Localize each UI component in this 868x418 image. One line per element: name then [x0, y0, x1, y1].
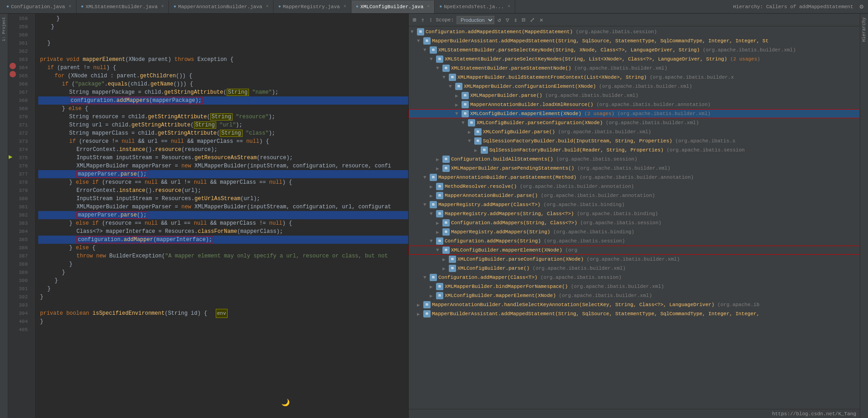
tree-item[interactable]: ▼ m XMLStatementBuilder.parseSelectKeyNo…: [409, 45, 860, 55]
tree-item[interactable]: ▶ m MapperAnnotationBuilder.parse() (org…: [409, 191, 860, 200]
tab-close-icon[interactable]: ×: [344, 4, 346, 9]
tree-arrow: ▼: [436, 65, 442, 71]
tree-item[interactable]: ▶ m Configuration.addMappers(String, Cla…: [409, 218, 860, 227]
tree-text: MapperRegistry.addMappers(String, Class<…: [445, 211, 658, 217]
code-line: InputStream inputStream = Resources.getR…: [38, 154, 408, 162]
tree-item[interactable]: ▼ m XMLStatementBuilder.parseSelectKeyNo…: [409, 55, 860, 64]
tree-text: MapperAnnotationBuilder.parseStatement(M…: [438, 175, 694, 180]
tree-text: XMLMapperBuilder.configurationElement(XN…: [464, 84, 692, 89]
tab-npeextends[interactable]: ● NpeExtendsTest.ja... ×: [435, 0, 515, 13]
tree-item[interactable]: ▼ m Configuration.addMapper(Class<T>) (o…: [409, 273, 860, 282]
code-line: }: [38, 293, 408, 301]
tab-close-icon[interactable]: ×: [508, 4, 510, 9]
method-icon: m: [436, 292, 443, 299]
tree-item[interactable]: ▼ m MapperRegistry.addMappers(String, Cl…: [409, 209, 860, 218]
method-icon: m: [455, 83, 462, 90]
tree-arrow: ▼: [423, 175, 430, 180]
tree-arrow: ▶: [442, 257, 449, 262]
tab-close-icon[interactable]: ×: [266, 4, 269, 9]
tab-close-icon[interactable]: ×: [161, 4, 164, 9]
tree-item[interactable]: ▼ m MapperBuilderAssistant.addMappedStat…: [409, 36, 860, 45]
close-hierarchy-icon[interactable]: ✕: [538, 15, 544, 25]
tree-item[interactable]: ▶ m XMLMapperBuilder.parse() (org.apache…: [409, 91, 860, 100]
tree-item[interactable]: ▶ m MapperAnnotationBuilder.handleSelect…: [409, 300, 860, 309]
tree-item[interactable]: ▶ m MapperRegistry.addMappers(String) (o…: [409, 227, 860, 237]
tree-item[interactable]: ▼ m XMLMapperBuilder.buildStatementFromC…: [409, 73, 860, 82]
code-line: }: [38, 317, 408, 326]
tree-item[interactable]: ▶ m Configuration.buildAllStatements() (…: [409, 155, 860, 164]
code-line: XMLMapperBuilder mapperParser = new XMLM…: [38, 162, 408, 170]
tree-item[interactable]: ▼ m MapperAnnotationBuilder.parseStateme…: [409, 173, 860, 182]
sort-icon[interactable]: ↕: [428, 15, 434, 24]
tree-item[interactable]: ▼ m XMLConfigBuilder.parseConfiguration(…: [409, 118, 860, 127]
tree-arrow: ▼: [430, 238, 436, 244]
method-icon: m: [442, 219, 450, 227]
tab-mapperannotation[interactable]: ● MapperAnnotationBuilder.java ×: [169, 0, 274, 13]
tree-item[interactable]: ▶ m MapperBuilderAssistant.addMappedStat…: [409, 309, 860, 318]
method-icon: m: [442, 165, 450, 172]
code-line-highlighted: mapperParser.parse();: [38, 170, 408, 178]
tab-xmlconfigbuilder[interactable]: ● XMLConfigBuilder.java ×: [351, 0, 435, 13]
hierarchy-toolbar: ⊞ ⇑ ↕ Scope: Production ↺ ▽ ⇕ ⊟ ⤢ ✕: [409, 14, 860, 26]
tree-arrow: ▶: [474, 147, 481, 153]
tree-item[interactable]: ▶ m XMLMapperBuilder.bindMapperForNamesp…: [409, 282, 860, 291]
project-icon[interactable]: 1: Project: [0, 15, 8, 43]
tree-text: MapperBuilderAssistant.addMappedStatemen…: [432, 38, 768, 44]
tree-item[interactable]: ▼ m Configuration.addMappedStatement(Map…: [409, 27, 860, 36]
code-line: }: [38, 15, 408, 23]
tab-configuration[interactable]: ● Configuration.java ×: [2, 0, 76, 13]
tree-item[interactable]: ▶ m XMLConfigBuilder.parseConfiguration(…: [409, 255, 860, 264]
scope-dropdown[interactable]: Production: [457, 16, 494, 24]
method-icon: m: [436, 283, 443, 290]
tree-item[interactable]: ▶ m MethodResolver.resolve() (org.apache…: [409, 182, 860, 191]
refresh-icon[interactable]: ↺: [496, 15, 503, 25]
code-line: if (parent != null) {: [38, 64, 408, 72]
tree-item[interactable]: ▼ m SqlSessionFactoryBuilder.build(Input…: [409, 136, 860, 146]
tree-text: XMLConfigBuilder.parse() (org.apache.iba…: [457, 266, 626, 271]
code-line: }: [38, 260, 408, 268]
tree-item[interactable]: ▼ m XMLMapperBuilder.configurationElemen…: [409, 82, 860, 91]
tree-item[interactable]: ▼ m XMLStatementBuilder.parseStatementNo…: [409, 64, 860, 73]
code-line: throw new BuilderException("A mapper ele…: [38, 252, 408, 260]
expand-all-icon[interactable]: ⇕: [513, 15, 519, 25]
code-line: private void mapperElement(XNode parent)…: [38, 55, 408, 64]
tree-arrow: ▶: [468, 129, 474, 135]
tab-close-icon[interactable]: ×: [69, 4, 71, 9]
method-icon: m: [474, 128, 482, 136]
tree-arrow: ▼: [455, 111, 462, 116]
tab-close-icon[interactable]: ×: [427, 4, 430, 9]
tab-bar: ● Configuration.java × ● XMLStatementBui…: [0, 0, 868, 14]
tree-item[interactable]: ▶ m XMLConfigBuilder.parse() (org.apache…: [409, 264, 860, 273]
navigate-icon[interactable]: ⤢: [528, 15, 536, 25]
code-line: [38, 47, 408, 55]
settings-icon[interactable]: ⚙: [857, 3, 866, 10]
tree-arrow: ▶: [417, 302, 423, 308]
tab-mapperregistry[interactable]: ● MapperRegistry.java ×: [274, 0, 351, 13]
tree-item[interactable]: ▶ m MapperAnnotationBuilder.loadXmlResou…: [409, 100, 860, 109]
code-area[interactable]: } } } private void mapperElement(XNode p…: [35, 14, 408, 418]
tree-item[interactable]: ▶ m SqlSessionFactoryBuilder.build(Reade…: [409, 146, 860, 155]
tree-arrow: ▼: [411, 29, 417, 35]
code-line: if ("package".equals(child.getName())) {: [38, 80, 408, 88]
tree-arrow: ▼: [430, 56, 436, 62]
hierarchy-vertical-label[interactable]: Hierarchy: [861, 14, 868, 45]
tree-item[interactable]: ▼ m MapperRegistry.addMapper(Class<T>) (…: [409, 200, 860, 209]
hierarchy-tree[interactable]: ▼ m Configuration.addMappedStatement(Map…: [409, 26, 860, 409]
tree-item[interactable]: ▶ m XMLConfigBuilder.parse() (org.apache…: [409, 127, 860, 136]
tree-text: MapperRegistry.addMapper(Class<T>) (org.…: [438, 202, 624, 207]
tree-item[interactable]: ▶ m XMLMapperBuilder.parsePendingStateme…: [409, 164, 860, 173]
tree-arrow: ▶: [430, 293, 436, 299]
method-icon: m: [449, 74, 456, 81]
filter-icon[interactable]: ▽: [504, 15, 511, 25]
method-icon: m: [462, 110, 469, 117]
tree-text: MapperBuilderAssistant.addMappedStatemen…: [432, 311, 760, 317]
expand-icon[interactable]: ⊞: [411, 15, 418, 25]
tree-text: MapperAnnotationBuilder.loadXmlResource(…: [470, 102, 711, 107]
collapse-icon[interactable]: ⊟: [521, 15, 527, 25]
tree-item-active[interactable]: ▼ m XMLConfigBuilder.mapperElement(XNode…: [409, 109, 860, 118]
tree-item[interactable]: ▶ m XMLConfigBuilder.mapperElement(XNode…: [409, 291, 860, 300]
tab-xmlstatement[interactable]: ● XMLStatementBuilder.java ×: [76, 0, 169, 13]
tree-item[interactable]: ▼ m Configuration.addMappers(String) (or…: [409, 237, 860, 246]
tree-item-red[interactable]: ▼ m XMLConfigBuilder.mapperElement(XNode…: [409, 246, 860, 255]
callers-icon[interactable]: ⇑: [420, 15, 426, 25]
